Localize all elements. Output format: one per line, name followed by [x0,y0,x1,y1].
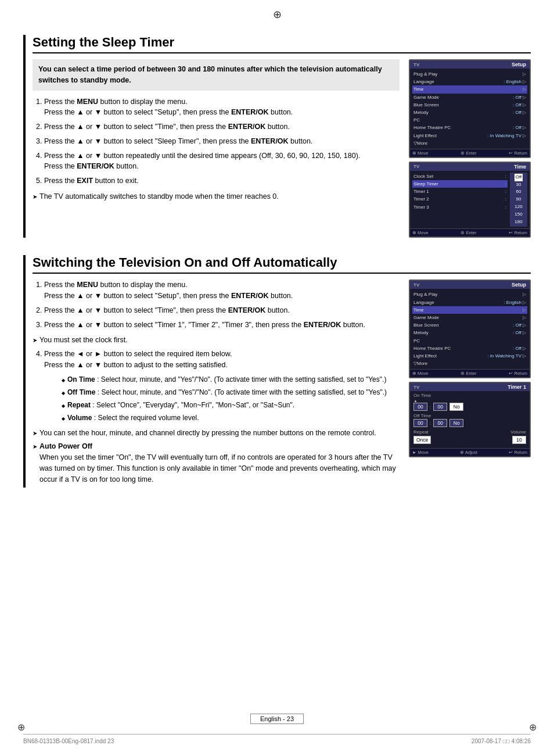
bullet-list: On Time : Select hour, minute, and "Yes"… [44,374,400,423]
section2-content: Press the MENU button to display the men… [33,280,531,488]
step2-1: Press the MENU button to display the men… [44,280,400,302]
menu2-row-light: Light Effect : In Watching TV ▷ [412,352,527,360]
timer1-title: Timer 1 [508,384,526,390]
off-setting-box: No [449,419,463,427]
timer1-menu: TV Timer 1 On Time ▲ 00 : 00 [409,382,531,457]
repeat-value-box: Once [413,436,431,444]
step2-2: Press the ▲ or ▼ button to select "Time"… [44,305,400,316]
menu2-row-time: Time ▷ [412,306,527,314]
menu2-row-more: ▽More [412,360,527,367]
step1-1-enter: ENTER/OK [231,108,269,116]
time-option-60: 60 [516,188,521,196]
on-time-group: On Time ▲ 00 : 00 No [413,393,526,411]
on-min-box: 00 [433,403,447,411]
bullet-diamond-1 [62,374,65,385]
section2-note1: You must set the clock first. [33,335,400,346]
repeat-label-tv: Repeat [413,429,429,435]
section2-screenshots: TV Setup Plug & Play ▷ Language : Englis… [409,280,531,457]
time-row-sleep: Sleep Timer : [412,180,508,188]
step2-1-enter: ENTER/OK [231,292,269,300]
time-option-off: Off [515,174,523,181]
off-time-label-tv: Off Time [413,413,526,418]
menu2-row-blue: Blue Screen : Off ▷ [412,321,527,329]
crosshair-top: ⊕ [273,8,282,21]
step1-2: Press the ▲ or ▼ button to select "Time"… [44,121,400,132]
page-number-box: English - 23 [250,714,304,724]
time-option-30: 30 [516,181,521,189]
menu2-row-plug: Plug & Play ▷ [412,291,527,298]
menu-row-more: ▽More [412,139,527,147]
setup-menu-1-header: TV Setup [410,60,530,69]
off-time-group: Off Time 00 : 00 No [413,413,526,427]
time-row-timer3: Timer 3 : [412,203,508,211]
step1-4: Press the ▲ or ▼ button repeatedly until… [44,151,400,173]
off-time-fields: 00 : 00 No [413,419,526,427]
section2-title: Switching the Television On and Off Auto… [33,255,531,274]
section1-instructions: You can select a time period of between … [33,59,400,205]
step1-4-enter: ENTER/OK [77,162,114,170]
off-hour-box: 00 [413,419,427,427]
section2-steps: Press the MENU button to display the men… [33,280,400,330]
setup-menu-2-header: TV Setup [410,281,530,289]
step2-3: Press the ▲ or ▼ button to select "Timer… [44,320,400,331]
tv-label-time: TV [413,164,419,169]
volume-label: Volume [67,414,92,422]
bullet-diamond-3 [62,400,65,410]
tv-label-2: TV [413,282,419,288]
menu2-row-melody: Melody : Off ▷ [412,329,527,336]
menu2-row-home: Home Theatre PC : Off ▷ [412,345,527,352]
time-menu-footer: ⊕ Move ⊛ Enter ↩ Return [410,228,530,237]
setup-menu-1-title: Setup [512,62,526,67]
on-time-label-tv: On Time [413,393,526,398]
step2-3-enter: ENTER/OK [304,321,341,329]
footer-left-meta: BN68-01313B-00Eng-0817.indd 23 [23,738,114,744]
repeat-volume-group: Repeat Volume Once 10 [413,429,526,444]
bullet-diamond-2 [62,387,65,397]
menu-row-home-theatre: Home Theatre PC : Off ▷ [412,124,527,131]
menu-row-time-highlighted: Time ▷ [412,85,527,93]
volume-value-box: 10 [512,436,526,444]
time-row-timer2: Timer 2 : [412,195,508,203]
section2-note2: You can set the hour, minute, and channe… [33,428,400,439]
setup-menu-2-body: Plug & Play ▷ Language : English ▷ Time … [410,289,530,369]
menu-row-melody: Melody : Off ▷ [412,109,527,116]
bullet-on-time: On Time : Select hour, minute, and "Yes"… [62,374,400,385]
step2-2-enter: ENTER/OK [228,306,266,314]
time-menu: TV Time Clock Set : Sleep Timer : [409,162,531,238]
time-option-180: 180 [515,218,522,226]
setup-menu-2-title: Setup [512,282,526,288]
auto-power-body: When you set the timer "On", the TV will… [39,453,396,483]
time-option-120: 120 [515,203,522,211]
tv-label-1: TV [413,62,419,67]
footer-right-meta: 2007-08-17 □□ 4:08:26 [472,738,531,744]
on-time-fields: 00 : 00 No [413,403,526,411]
on-hour-box: 00 [413,403,427,411]
footer-bar: BN68-01313B-00Eng-0817.indd 23 2007-08-1… [23,734,531,744]
time-menu-left: Clock Set : Sleep Timer : Timer 1 : [412,173,508,227]
time-option-90: 90 [516,196,521,203]
section2-step4-list: Press the ◄ or ► button to select the re… [33,349,400,423]
section1-note: The TV automatically switches to standby… [33,191,400,202]
time-menu-body: Clock Set : Sleep Timer : Timer 1 : [410,171,530,229]
step1-3: Press the ▲ or ▼ button to select "Sleep… [44,136,400,147]
repeat-label: Repeat [67,401,91,409]
off-time-label: Off Time [67,388,95,396]
menu2-row-game: Game Mode ▷ [412,314,527,321]
on-setting-box: No [449,403,463,411]
step1-5-exit: EXIT [77,177,93,185]
step1-1: Press the MENU button to display the men… [44,96,400,119]
step1-1-menu: MENU [77,98,98,106]
bullet-diamond-4 [62,413,65,423]
setup-menu-2-footer: ⊕ Move ⊛ Enter ↩ Return [410,369,530,377]
timer1-header: TV Timer 1 [410,383,530,391]
section1-screenshots: TV Setup Plug & Play ▷ Language : Englis… [409,59,531,238]
setup-menu-1-body: Plug & Play ▷ Language : English ▷ Time … [410,69,530,149]
menu2-row-pc: PC [412,337,527,345]
section2-instructions: Press the MENU button to display the men… [33,280,400,488]
time-menu-header: TV Time [410,163,530,171]
timer1-footer: ► Move ⊕ Adjust ↩ Return [410,448,530,456]
time-options-list: Off 30 60 90 120 150 180 [510,173,527,227]
setup-menu-1: TV Setup Plug & Play ▷ Language : Englis… [409,59,531,158]
section1-steps: Press the MENU button to display the men… [33,96,400,187]
time-option-150: 150 [515,211,522,218]
